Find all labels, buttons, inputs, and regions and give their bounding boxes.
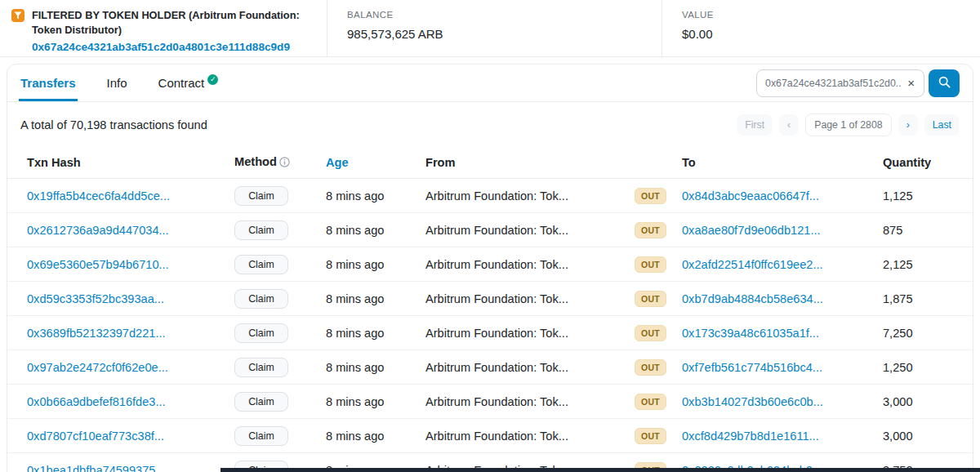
table-row: 0x97ab2e2472cf0f62e0e... Claim 8 mins ag… [7,350,973,385]
table-row: 0x2612736a9a9d447034... Claim 8 mins ago… [7,213,973,247]
age-cell: 8 mins ago [326,224,425,237]
tab-contract-label: Contract [158,76,205,90]
page-indicator: Page 1 of 2808 [805,114,891,136]
table-row: 0x69e5360e57b94b6710... Claim 8 mins ago… [7,247,973,282]
transactions-count-text: A total of 70,198 transactions found [20,118,207,131]
age-cell: 8 mins ago [326,292,425,305]
tab-transfers-label: Transfers [20,76,76,90]
age-cell: 8 mins ago [326,258,425,271]
direction-badge: OUT [635,394,666,410]
from-cell[interactable]: Arbitrum Foundation: Tok... [425,430,635,443]
method-badge[interactable]: Claim [234,186,288,206]
direction-badge: OUT [635,188,666,204]
txn-hash-link[interactable]: 0x69e5360e57b94b6710... [27,258,169,271]
quantity-cell: 875 [883,224,953,237]
method-badge[interactable]: Claim [234,220,288,240]
to-address-link[interactable]: 0xb3b14027d3b60e6c0b... [682,395,823,408]
value-amount: $0.00 [682,27,960,41]
pagination-last-button[interactable]: Last [924,114,960,136]
filtered-address-link[interactable]: 0x67a24ce4321ab3af51c2d0a4801c3e111d88c9… [32,41,290,53]
to-address-link[interactable]: 0xf7efb561c774b516bc4... [682,361,822,374]
quantity-cell: 1,250 [883,361,953,374]
method-badge[interactable]: Claim [234,255,288,274]
search-input[interactable] [765,78,902,89]
method-badge[interactable]: Claim [234,358,288,377]
age-cell: 8 mins ago [326,327,425,340]
tab-info[interactable]: Info [105,65,129,101]
table-row: 0x19ffa5b4cec6fa4dd5ce... Claim 8 mins a… [7,179,973,213]
header-age: Age [326,156,425,169]
method-badge[interactable]: Claim [234,323,288,343]
age-cell: 8 mins ago [326,189,425,203]
bottom-dark-strip [220,468,980,472]
txn-hash-link[interactable]: 0x97ab2e2472cf0f62e0e... [27,361,168,374]
info-icon[interactable] [279,157,290,170]
from-cell[interactable]: Arbitrum Foundation: Tok... [425,395,635,408]
to-address-link[interactable]: 0xb7d9ab4884cb58e634... [682,292,823,305]
header-to: To [682,156,883,169]
txn-hash-link[interactable]: 0xd59c3353f52bc393aa... [27,292,164,305]
from-cell[interactable]: Arbitrum Foundation: Tok... [425,258,635,271]
header-method-label: Method [234,155,277,168]
search-group: × [756,69,960,97]
age-toggle-link[interactable]: Age [326,156,349,169]
tab-contract[interactable]: Contract ✓ [157,65,220,101]
from-cell[interactable]: Arbitrum Foundation: Tok... [425,292,635,305]
quantity-cell: 3,000 [883,430,953,443]
table-body: 0x19ffa5b4cec6fa4dd5ce... Claim 8 mins a… [7,179,973,472]
from-cell[interactable]: Arbitrum Foundation: Tok... [425,361,635,374]
transfers-card: Transfers Info Contract ✓ × A total of 7… [7,64,973,472]
from-cell[interactable]: Arbitrum Foundation: Tok... [425,327,635,340]
value-section: VALUE $0.00 [662,0,980,56]
quantity-cell: 1,125 [883,189,953,203]
age-cell: 8 mins ago [326,395,425,408]
txn-hash-link[interactable]: 0x3689fb52132397d221... [27,327,166,340]
method-badge[interactable]: Claim [234,392,288,412]
quantity-cell: 1,875 [883,292,953,305]
txn-hash-link[interactable]: 0x2612736a9a9d447034... [27,224,169,237]
filter-section: FILTERED BY TOKEN HOLDER (Arbitrum Found… [0,0,327,56]
from-cell[interactable]: Arbitrum Foundation: Tok... [425,224,635,237]
balance-value: 985,573,625 ARB [347,27,642,41]
table-header-row: Txn Hash Method Age From To Quantity [7,146,973,179]
quantity-cell: 2,125 [883,258,953,271]
to-address-link[interactable]: 0xa8ae80f7d9e06db121... [682,224,821,237]
tab-info-label: Info [107,76,127,90]
search-button[interactable] [929,69,960,97]
header-method: Method [234,155,326,170]
to-address-link[interactable]: 0x84d3abc9eaac06647f... [682,189,819,203]
direction-badge: OUT [635,428,666,444]
pagination-prev-button[interactable]: ‹ [779,114,799,136]
search-clear-button[interactable]: × [902,77,920,89]
direction-badge: OUT [635,359,666,376]
age-cell: 8 mins ago [326,361,425,374]
summary-row: A total of 70,198 transactions found Fir… [7,102,973,146]
age-cell: 8 mins ago [326,430,425,443]
to-address-link[interactable]: 0x2afd22514f0ffc619ee2... [682,258,823,271]
tab-bar: Transfers Info Contract ✓ × [7,65,973,102]
pagination-first-button[interactable]: First [737,114,773,136]
pagination-next-button[interactable]: › [898,114,918,136]
search-icon [938,76,951,91]
filter-label: FILTERED BY TOKEN HOLDER (Arbitrum Found… [32,8,315,38]
value-label: VALUE [682,10,960,20]
txn-hash-link[interactable]: 0xd7807cf10eaf773c38f... [27,430,164,443]
txn-hash-link[interactable]: 0x0b66a9dbefef816fde3... [27,395,166,408]
quantity-cell: 3,000 [883,395,953,408]
tab-transfers[interactable]: Transfers [19,65,78,101]
direction-badge: OUT [635,325,666,341]
table-row: 0x3689fb52132397d221... Claim 8 mins ago… [7,316,973,350]
table-row: 0xd59c3353f52bc393aa... Claim 8 mins ago… [7,282,973,316]
txn-hash-link[interactable]: 0x19ffa5b4cec6fa4dd5ce... [27,189,170,203]
header-quantity: Quantity [883,156,953,169]
txn-hash-link[interactable]: 0x1bea1dbfba74599375... [27,464,166,472]
pagination: First ‹ Page 1 of 2808 › Last [737,114,960,136]
method-badge[interactable]: Claim [234,426,288,446]
token-holder-summary-bar: FILTERED BY TOKEN HOLDER (Arbitrum Found… [0,0,980,57]
quantity-cell: 7,250 [883,327,953,340]
table-row: 0x0b66a9dbefef816fde3... Claim 8 mins ag… [7,385,973,419]
method-badge[interactable]: Claim [234,289,288,309]
to-address-link[interactable]: 0xcf8d429b7b8d1e1611... [682,430,819,443]
to-address-link[interactable]: 0x173c39a48c61035a1f... [682,327,819,340]
from-cell[interactable]: Arbitrum Foundation: Tok... [425,189,635,203]
